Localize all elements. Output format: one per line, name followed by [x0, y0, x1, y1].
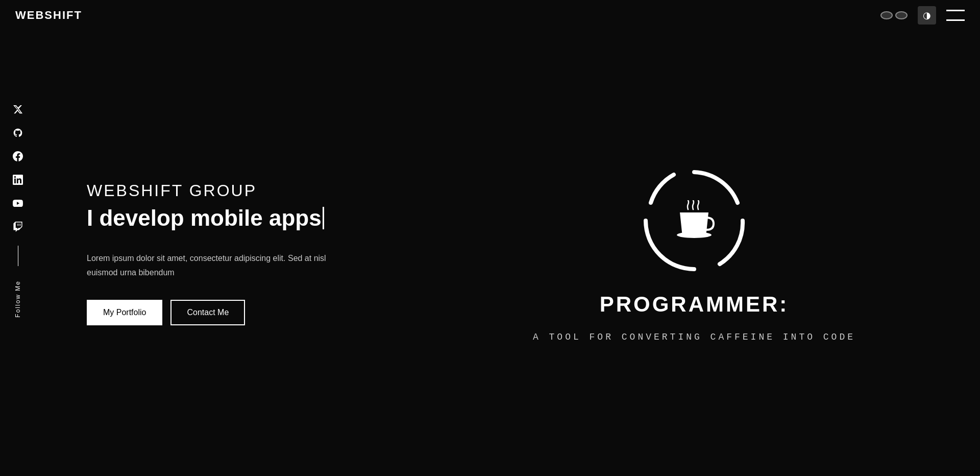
coffee-graphic	[638, 164, 750, 277]
theme-toggle-icon: ◑	[923, 10, 931, 21]
sidebar-divider	[18, 246, 18, 266]
theme-toggle-button[interactable]: ◑	[918, 6, 936, 25]
tagline-text: I develop mobile apps	[87, 205, 322, 231]
follow-label: Follow Me	[14, 280, 21, 318]
cta-buttons: My Portfolio Contact Me	[87, 300, 378, 325]
lens-left	[880, 11, 893, 19]
coffee-cup-icon	[674, 200, 715, 241]
top-right-controls: ◑	[880, 6, 965, 25]
hero-description: Lorem ipsum dolor sit amet, consectetur …	[87, 251, 352, 279]
hamburger-line-2	[946, 19, 965, 21]
hero-tagline: I develop mobile apps	[87, 205, 378, 231]
facebook-icon[interactable]	[11, 149, 25, 163]
contact-button[interactable]: Contact Me	[170, 300, 245, 325]
twitter-icon[interactable]	[11, 102, 25, 116]
glasses-icon	[880, 11, 908, 19]
group-name: WEBSHIFT GROUP	[87, 181, 378, 200]
portfolio-button[interactable]: My Portfolio	[87, 300, 162, 325]
lens-right	[895, 11, 908, 19]
linkedin-icon[interactable]	[11, 173, 25, 187]
main-content: WEBSHIFT GROUP I develop mobile apps Lor…	[0, 0, 980, 476]
site-logo: WEBSHIFT	[15, 9, 82, 22]
github-icon[interactable]	[11, 126, 25, 140]
hamburger-line-1	[946, 10, 965, 11]
cursor-blink	[323, 207, 324, 229]
sidebar: Follow Me	[0, 0, 36, 476]
svg-point-0	[677, 232, 712, 238]
programmer-subtitle: A TOOL FOR CONVERTING CAFFEINE INTO CODE	[533, 332, 855, 342]
twitch-icon[interactable]	[11, 220, 25, 234]
hamburger-menu[interactable]	[946, 8, 965, 23]
top-bar: WEBSHIFT ◑	[0, 0, 980, 31]
youtube-icon[interactable]	[11, 196, 25, 210]
left-section: WEBSHIFT GROUP I develop mobile apps Lor…	[0, 31, 408, 476]
right-section: PROGRAMMER: A TOOL FOR CONVERTING CAFFEI…	[408, 31, 980, 476]
programmer-title: PROGRAMMER:	[600, 292, 789, 317]
